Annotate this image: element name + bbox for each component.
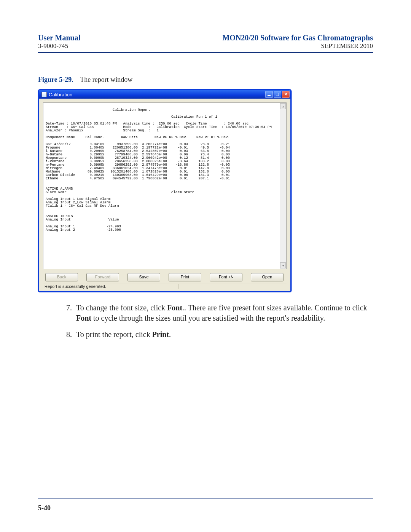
document-header: User Manual 3-9000-745 MON20/20 Software… <box>38 34 373 50</box>
open-button[interactable]: Open <box>251 273 284 281</box>
save-button[interactable]: Save <box>127 273 160 281</box>
header-right-sub: SEPTEMBER 2010 <box>222 42 373 50</box>
close-window-button[interactable] <box>282 91 290 98</box>
header-rule <box>38 52 373 53</box>
figure-label: Figure 5-29. <box>38 76 73 83</box>
status-text: Report is successfully generated. <box>45 284 179 289</box>
vertical-scrollbar[interactable]: ▴ ▾ <box>280 103 286 268</box>
window-title: Calibration <box>49 92 72 97</box>
footer-rule <box>38 498 373 498</box>
scroll-down-icon[interactable]: ▾ <box>280 262 286 268</box>
maximize-button[interactable] <box>274 91 281 98</box>
button-row: Back Forward Save Print Font +/- Open Cl… <box>43 269 287 283</box>
status-bar: Report is successfully generated. <box>43 283 287 289</box>
minimize-button[interactable] <box>265 91 273 98</box>
print-button[interactable]: Print <box>169 273 201 281</box>
forward-button[interactable]: Forward <box>86 273 119 281</box>
report-viewport: Calibration Report Calibration Run 1 of … <box>43 102 287 269</box>
header-right-title: MON20/20 Software for Gas Chromatographs <box>222 34 373 42</box>
header-left-title: User Manual <box>38 34 80 42</box>
figure-caption-text: The report window <box>80 76 132 83</box>
header-left-sub: 3-9000-745 <box>38 42 80 50</box>
back-button[interactable]: Back <box>45 273 78 281</box>
font-button[interactable]: Font +/- <box>210 273 242 281</box>
calibration-window: Calibration Calibration Report Ca <box>38 89 292 292</box>
page-number: 5-40 <box>38 504 51 512</box>
instruction-item-8: To print the report, click Print. <box>74 329 373 340</box>
figure-caption: Figure 5-29. The report window <box>38 76 373 84</box>
instruction-item-7: To change the font size, click Font.. Th… <box>74 303 373 323</box>
instruction-list: To change the font size, click Font.. Th… <box>61 303 373 340</box>
scroll-up-icon[interactable]: ▴ <box>280 103 286 109</box>
app-icon <box>41 92 47 97</box>
window-titlebar[interactable]: Calibration <box>39 90 290 99</box>
report-text: Calibration Report Calibration Run 1 of … <box>46 109 278 232</box>
